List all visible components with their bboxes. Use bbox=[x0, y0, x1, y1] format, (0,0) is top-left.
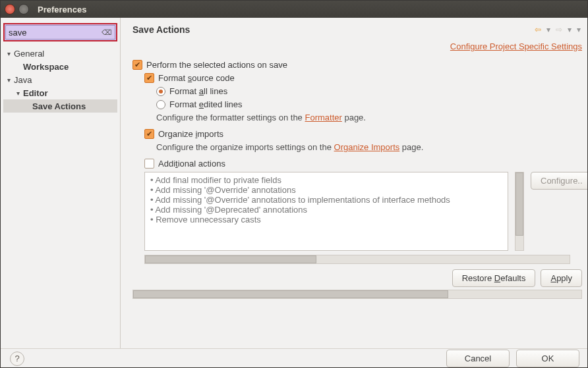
list-item: Add missing '@Deprecated' annotations bbox=[150, 205, 502, 215]
tree-item-java[interactable]: ▾ Java bbox=[3, 73, 117, 86]
format-source-row[interactable]: Format source code bbox=[144, 73, 582, 83]
apply-button[interactable]: Apply bbox=[541, 269, 582, 287]
list-horizontal-scrollbar[interactable] bbox=[144, 255, 570, 264]
perform-actions-label: Perform the selected actions on save bbox=[146, 60, 287, 70]
organize-imports-row[interactable]: Organize imports bbox=[144, 129, 582, 139]
expand-icon[interactable]: ▾ bbox=[14, 90, 22, 97]
perform-actions-checkbox[interactable] bbox=[132, 60, 142, 70]
titlebar: Preferences bbox=[1, 1, 587, 18]
expand-icon[interactable]: ▾ bbox=[5, 50, 13, 57]
tree-label: General bbox=[13, 49, 44, 59]
formatter-link[interactable]: Formatter bbox=[305, 113, 341, 122]
additional-actions-row[interactable]: Additional actions bbox=[144, 159, 582, 169]
format-edited-row[interactable]: Format edited lines bbox=[156, 99, 582, 109]
list-item: Add final modifier to private fields bbox=[150, 175, 502, 185]
organize-imports-checkbox[interactable] bbox=[144, 129, 154, 139]
format-edited-radio[interactable] bbox=[156, 100, 165, 109]
ok-button[interactable]: OK bbox=[516, 350, 579, 367]
list-item: Add missing '@Override' annotations bbox=[150, 185, 502, 195]
list-item: Remove unnecessary casts bbox=[150, 215, 502, 224]
tree-item-editor[interactable]: ▾ Editor bbox=[3, 86, 117, 99]
tree-label: Workspace bbox=[22, 62, 69, 72]
dialog-footer: ? Cancel OK bbox=[1, 348, 587, 368]
format-edited-label: Format edited lines bbox=[169, 99, 243, 109]
list-vertical-scrollbar[interactable] bbox=[515, 172, 524, 251]
tree-item-workspace[interactable]: Workspace bbox=[3, 60, 117, 73]
configure-additional-button[interactable]: Configure.. bbox=[531, 172, 588, 190]
nav-toolbar: ⇦ ▾ ⇨ ▾ ▾ bbox=[533, 25, 582, 34]
nav-back-icon[interactable]: ⇦ bbox=[533, 25, 543, 34]
main-panel: Save Actions ⇦ ▾ ⇨ ▾ ▾ Configure Project… bbox=[121, 18, 587, 348]
tree-label: Editor bbox=[22, 88, 48, 98]
format-all-radio[interactable] bbox=[156, 87, 165, 96]
tree-label: Save Actions bbox=[31, 101, 86, 111]
additional-actions-checkbox[interactable] bbox=[144, 159, 154, 169]
tree-item-general[interactable]: ▾ General bbox=[3, 47, 117, 60]
expand-icon[interactable]: ▾ bbox=[5, 76, 13, 84]
project-specific-link[interactable]: Configure Project Specific Settings bbox=[450, 41, 582, 51]
format-source-label: Format source code bbox=[158, 73, 235, 83]
nav-back-menu-icon[interactable]: ▾ bbox=[545, 25, 552, 34]
organize-imports-link[interactable]: Organize Imports bbox=[334, 142, 400, 152]
preferences-sidebar: ⌫ ▾ General Workspace ▾ Java ▾ Editor bbox=[1, 18, 121, 348]
filter-search-box[interactable]: ⌫ bbox=[5, 25, 115, 39]
window-title: Preferences bbox=[38, 5, 86, 14]
clear-search-icon[interactable]: ⌫ bbox=[102, 28, 112, 37]
organize-hint: Configure the organize imports settings … bbox=[156, 142, 582, 152]
window-close-button[interactable] bbox=[5, 4, 15, 14]
list-item: Add missing '@Override' annotations to i… bbox=[150, 195, 502, 205]
nav-forward-icon[interactable]: ⇨ bbox=[554, 25, 564, 34]
help-button[interactable]: ? bbox=[10, 352, 24, 366]
search-highlight: ⌫ bbox=[3, 23, 117, 41]
tree-item-save-actions[interactable]: Save Actions bbox=[3, 99, 117, 113]
window-minimize-button[interactable] bbox=[18, 4, 29, 14]
additional-actions-list: Add final modifier to private fields Add… bbox=[144, 172, 508, 251]
formatter-hint: Configure the formatter settings on the … bbox=[156, 113, 582, 122]
view-menu-icon[interactable]: ▾ bbox=[575, 25, 582, 34]
format-all-label: Format all lines bbox=[169, 86, 227, 96]
perform-actions-row[interactable]: Perform the selected actions on save bbox=[132, 60, 582, 70]
tree-label: Java bbox=[13, 75, 32, 85]
nav-forward-menu-icon[interactable]: ▾ bbox=[566, 25, 573, 34]
organize-imports-label: Organize imports bbox=[158, 129, 223, 139]
filter-input[interactable] bbox=[9, 28, 102, 38]
page-title: Save Actions bbox=[132, 24, 190, 35]
cancel-button[interactable]: Cancel bbox=[446, 350, 510, 367]
panel-horizontal-scrollbar[interactable] bbox=[132, 290, 582, 299]
restore-defaults-button[interactable]: Restore Defaults bbox=[452, 269, 536, 287]
format-all-row[interactable]: Format all lines bbox=[156, 86, 582, 96]
format-source-checkbox[interactable] bbox=[144, 73, 154, 83]
preferences-tree[interactable]: ▾ General Workspace ▾ Java ▾ Editor Save… bbox=[3, 45, 117, 114]
additional-actions-label: Additional actions bbox=[158, 159, 225, 169]
